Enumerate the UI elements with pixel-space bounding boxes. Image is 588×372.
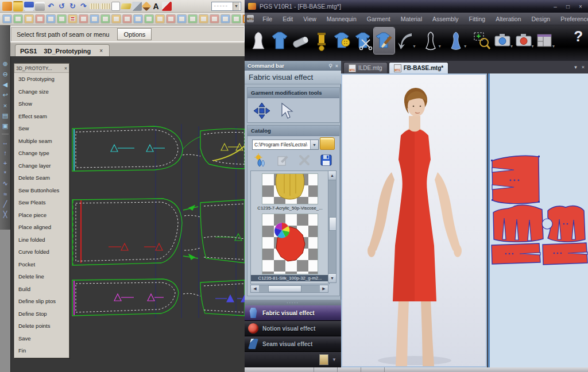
panel-sash[interactable]: ····· xyxy=(245,300,341,305)
material-edit-icon[interactable] xyxy=(275,153,290,167)
move-piece-icon[interactable] xyxy=(2,14,12,24)
catalog-vertical-scrollbar[interactable]: ▲ ▼ xyxy=(328,170,336,283)
ruler-icon[interactable] xyxy=(90,3,99,9)
delete-cross-icon[interactable]: × xyxy=(1,101,10,110)
task-fabric-visual-effect[interactable]: Fabric visual effect xyxy=(245,305,341,321)
menu-item-delete-line[interactable]: Delete line xyxy=(14,270,69,283)
window-layout-icon[interactable]: ▼ xyxy=(534,28,555,54)
sheet2-icon[interactable] xyxy=(57,14,67,24)
catalog-path-select[interactable]: C:\Program Files\Lectra\ ▼ xyxy=(252,140,319,150)
move-up-icon[interactable]: ↑ xyxy=(1,148,10,157)
menu-item-multiple-seam[interactable]: Multiple seam xyxy=(14,135,69,148)
stack-icon[interactable] xyxy=(220,14,230,24)
pan-left-icon[interactable]: ◀ xyxy=(1,80,10,89)
move-all-icon[interactable]: + xyxy=(1,158,10,167)
menu-alteration[interactable]: Alteration xyxy=(490,14,526,24)
sew-red-icon[interactable] xyxy=(79,14,88,24)
snapshot-blue-icon[interactable]: ▼ xyxy=(492,28,513,54)
task-seam-visual-effect[interactable]: Seam visual effect xyxy=(245,336,341,352)
close-button[interactable]: × xyxy=(577,3,585,10)
scroll-right-icon[interactable]: ▶ xyxy=(320,285,328,292)
menu-item-sew[interactable]: Sew xyxy=(14,122,69,135)
menu-assembly[interactable]: Assembly xyxy=(427,14,464,24)
material-delete-icon[interactable] xyxy=(297,153,312,167)
scrollbar-thumb[interactable] xyxy=(268,285,301,292)
undo-icon[interactable]: ↶ xyxy=(46,2,56,11)
3d-garment-view[interactable] xyxy=(341,73,487,367)
menu-item-change-size[interactable]: Change size xyxy=(14,86,69,98)
open-folder-icon[interactable] xyxy=(13,1,23,11)
garment-tshirt-icon[interactable] xyxy=(269,28,289,54)
exit-icon[interactable] xyxy=(2,2,12,11)
scroll-down-icon[interactable]: ▼ xyxy=(328,273,336,282)
redo-icon[interactable]: ↷ xyxy=(79,2,88,11)
mannequin-blue-icon[interactable]: ▼ xyxy=(446,28,466,54)
close-panel-icon[interactable]: × xyxy=(582,64,585,70)
edit-sheet-icon[interactable] xyxy=(46,14,56,24)
page-icon[interactable]: ▤ xyxy=(1,111,10,120)
piece-copy-icon[interactable] xyxy=(188,14,198,24)
save-icon[interactable] xyxy=(24,2,34,11)
menu-item-show[interactable]: Show xyxy=(14,98,69,110)
menu-item-sew-buttonholes[interactable]: Sew Buttonholes xyxy=(14,184,69,197)
mannequin-outline-icon[interactable]: ▼ xyxy=(420,28,441,54)
document-tab-group[interactable]: PGS1 3D_Prototyping × xyxy=(15,44,110,57)
zoom-selection-icon[interactable] xyxy=(471,28,492,54)
doc-tab-ilde[interactable]: MTG ILDE.mtg xyxy=(343,62,388,73)
menu-mannequin[interactable]: Mannequin xyxy=(322,14,362,24)
catalog-item-acrylic[interactable]: C1235-7-Acrylic_50p-Viscose_... xyxy=(251,173,329,211)
thread-spool-icon[interactable] xyxy=(311,28,331,54)
move-garment-icon[interactable] xyxy=(253,102,270,121)
pencil-icon[interactable] xyxy=(142,1,152,11)
menu-item-define-stop[interactable]: Define Stop xyxy=(14,308,69,320)
print-icon[interactable] xyxy=(35,2,45,11)
snapshot-red-icon[interactable]: ▼ xyxy=(513,28,533,54)
menu-design[interactable]: Design xyxy=(526,14,555,24)
menu-fitting[interactable]: Fitting xyxy=(464,14,491,24)
title-bar[interactable]: PGS V10R1 - [FB-BASE.mtg*] – □ × xyxy=(245,0,588,13)
menu-item-pocket[interactable]: Pocket xyxy=(14,258,69,271)
cross-tool-icon[interactable]: ╳ xyxy=(1,210,10,219)
tab-pgs1[interactable]: PGS1 xyxy=(20,48,37,55)
garment-scissors-icon[interactable] xyxy=(353,28,373,54)
chevron-down-icon[interactable]: ▼ xyxy=(332,357,336,362)
flat-pattern-panel[interactable] xyxy=(488,73,588,367)
collapse-panel-icon[interactable]: ▾ xyxy=(574,64,577,70)
snap-star-icon[interactable]: * xyxy=(1,169,10,177)
maximize-button[interactable]: □ xyxy=(564,3,572,10)
mannequin-icon[interactable] xyxy=(248,28,269,54)
piece-new-icon[interactable] xyxy=(199,14,208,24)
material-new-icon[interactable] xyxy=(253,153,268,167)
doc-tab-fb-base[interactable]: MTG FB-BASE.mtg* xyxy=(389,62,448,73)
pin-icon[interactable]: ⚲ xyxy=(328,63,332,69)
ruler2-icon[interactable] xyxy=(100,3,110,9)
menu-item-change-layer[interactable]: Change layer xyxy=(14,160,69,172)
menu-item-place-aligned[interactable]: Place aligned xyxy=(14,221,69,234)
menu-item-place-piece[interactable]: Place piece xyxy=(14,209,69,222)
press-icon[interactable] xyxy=(24,14,34,24)
layers-icon[interactable]: ▣ xyxy=(1,122,10,130)
command-bar-header[interactable]: Command bar ⚲ × xyxy=(245,61,341,71)
notch-ab-icon[interactable] xyxy=(133,14,143,24)
fabric-roll-icon[interactable] xyxy=(290,28,311,54)
menu-file[interactable]: File xyxy=(257,14,277,24)
catalog-item-silk[interactable]: C1235-81-Silk_100p-32_g-m2... xyxy=(251,214,329,281)
mark-3b-icon[interactable] xyxy=(166,14,176,24)
select-cursor-icon[interactable] xyxy=(278,102,293,121)
blank-sheet-icon[interactable] xyxy=(111,2,120,11)
tab-close-icon[interactable]: × xyxy=(98,47,105,55)
fold-icon[interactable] xyxy=(132,2,142,11)
piece-dup-icon[interactable] xyxy=(210,14,219,24)
move40-icon[interactable] xyxy=(111,14,121,24)
menu-item-build[interactable]: Build xyxy=(14,283,69,296)
menu-item-fin[interactable]: Fin xyxy=(14,344,69,357)
move-h-icon[interactable]: ↔ xyxy=(1,138,10,146)
options-button[interactable]: Options xyxy=(117,28,152,40)
mannequin-thumb-icon[interactable] xyxy=(319,354,328,365)
catalog-list[interactable]: C1235-7-Acrylic_50p-Viscose_... C1235-81… xyxy=(250,170,330,284)
tab-3d-prototyping[interactable]: 3D_Prototyping xyxy=(44,48,91,55)
menu-item-effect-seam[interactable]: Effect seam xyxy=(14,110,69,123)
menu-item-delete-seam[interactable]: Delete Seam xyxy=(14,172,69,184)
menu-preferences[interactable]: Preferences xyxy=(555,14,588,24)
equal-red-icon[interactable]: = xyxy=(68,14,78,24)
